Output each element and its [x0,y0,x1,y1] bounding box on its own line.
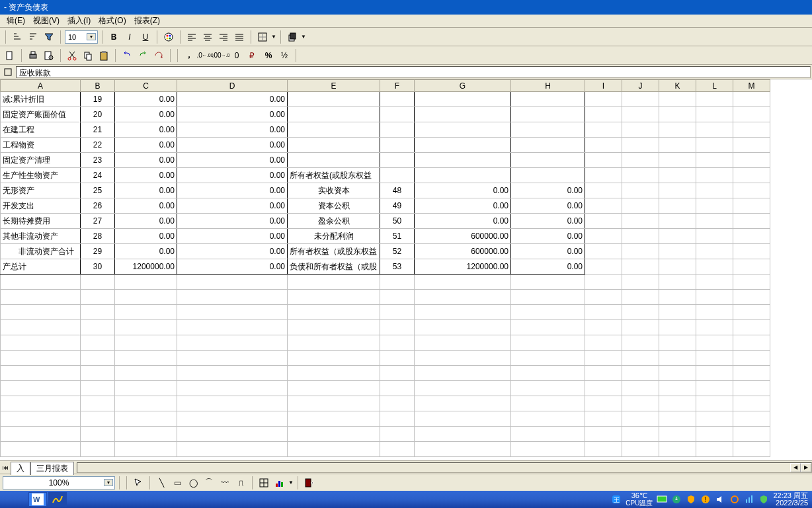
cell[interactable] [415,138,511,153]
cell[interactable] [415,427,511,442]
tray-clock[interactable]: 22:23 周五 2022/3/25 [773,492,808,507]
cell[interactable]: 长期待摊费用 [1,214,81,229]
cell[interactable] [696,396,733,411]
cell[interactable]: 固定资产清理 [1,153,81,168]
decrease-decimal-button[interactable]: .00→.0 [214,48,228,63]
cell[interactable] [696,427,733,442]
cell[interactable] [81,442,115,457]
cell[interactable]: 0.00 [115,183,177,198]
cell[interactable]: 30 [81,259,115,275]
cell[interactable] [415,290,511,305]
cell[interactable] [585,351,622,366]
cell[interactable] [511,396,585,411]
cell[interactable]: 51 [380,229,415,244]
font-size-select[interactable]: 10 [65,30,98,44]
cell[interactable] [1,275,81,290]
cell[interactable] [696,168,733,183]
cell[interactable] [622,229,659,244]
cell[interactable] [511,366,585,381]
print-icon[interactable] [26,48,40,63]
cell[interactable]: 0.00 [115,138,177,153]
align-left-button[interactable] [184,30,199,44]
increase-decimal-button[interactable]: .0←.00 [198,48,212,63]
cell[interactable]: 所有者权益（或股东权益 [288,244,380,259]
cell[interactable] [415,107,511,122]
zero-button[interactable]: 0 [229,48,244,63]
cell[interactable] [585,366,622,381]
cell[interactable]: 生产性生物资产 [1,168,81,183]
tray-security-icon[interactable] [758,494,769,505]
col-header[interactable]: E [288,80,380,92]
cell[interactable] [659,229,696,244]
cell[interactable] [696,183,733,198]
cell[interactable] [511,335,585,351]
arc-tool-icon[interactable]: ⌒ [202,476,216,490]
cell[interactable]: 21 [81,122,115,138]
col-header[interactable]: J [622,80,659,92]
align-justify-button[interactable] [232,30,247,44]
col-header[interactable]: H [511,80,585,92]
cell[interactable] [81,335,115,351]
col-header[interactable]: D [177,80,288,92]
cell[interactable] [115,427,177,442]
cell[interactable]: 0.00 [177,183,288,198]
cut-icon[interactable] [65,48,79,63]
cell[interactable] [288,335,380,351]
cell[interactable] [733,335,770,351]
cell[interactable] [81,427,115,442]
fraction-button[interactable]: ½ [277,48,292,63]
cell[interactable] [288,138,380,153]
cell[interactable] [622,335,659,351]
cell[interactable]: 0.00 [511,259,585,275]
cell[interactable] [288,107,380,122]
horizontal-scrollbar[interactable]: ◀ ▶ [77,462,812,473]
cell[interactable] [659,244,696,259]
cell[interactable]: 0.00 [415,198,511,214]
cell[interactable] [511,153,585,168]
cell[interactable] [585,107,622,122]
cell[interactable] [733,442,770,457]
cell[interactable] [585,381,622,396]
cell[interactable]: 25 [81,183,115,198]
cell[interactable] [585,396,622,411]
cell[interactable] [585,442,622,457]
cell[interactable]: 0.00 [415,183,511,198]
cell[interactable]: 23 [81,153,115,168]
cell[interactable]: 0.00 [177,244,288,259]
cell[interactable]: 未分配利润 [288,229,380,244]
cell[interactable]: 0.00 [115,168,177,183]
cell[interactable] [380,153,415,168]
align-center-button[interactable] [200,30,215,44]
cell[interactable]: 0.00 [177,92,288,107]
cell[interactable] [511,138,585,153]
sheet-tab-active[interactable]: 三月报表 [30,462,74,475]
cell[interactable] [415,396,511,411]
cell[interactable] [380,92,415,107]
cell[interactable] [585,320,622,335]
col-header[interactable]: M [733,80,770,92]
scroll-right-icon[interactable]: ▶ [801,463,811,472]
borders-button[interactable] [255,30,270,44]
cell[interactable] [696,259,733,275]
cell[interactable] [115,366,177,381]
bold-button[interactable]: B [106,30,121,44]
cell[interactable] [659,411,696,427]
copy-format-icon[interactable] [285,30,300,44]
cell[interactable] [622,168,659,183]
sheet-tab[interactable]: 入 [11,462,30,475]
cell[interactable]: 0.00 [177,153,288,168]
sort-desc-icon[interactable] [26,30,40,44]
cell[interactable]: 在建工程 [1,122,81,138]
exit-tool-icon[interactable] [302,476,317,490]
cell[interactable] [115,381,177,396]
cell[interactable] [415,320,511,335]
menu-report[interactable]: 报表(Z) [130,14,164,28]
cell[interactable] [81,396,115,411]
cell[interactable] [622,290,659,305]
cell[interactable] [696,214,733,229]
formula-cancel-icon[interactable] [3,67,13,77]
cell[interactable] [380,320,415,335]
cell[interactable] [659,442,696,457]
cell[interactable] [1,290,81,305]
cell[interactable] [177,275,288,290]
